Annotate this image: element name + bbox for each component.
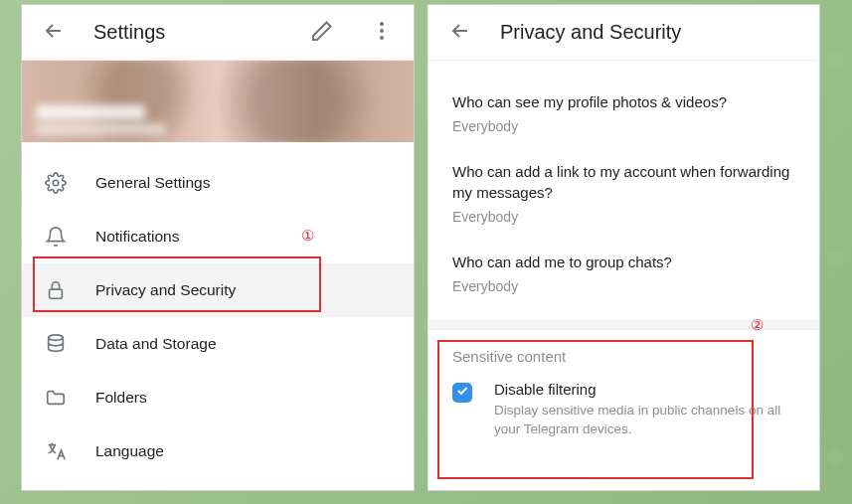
section-title-sensitive: Sensitive content (428, 330, 819, 371)
gear-icon (44, 171, 68, 195)
svg-point-5 (49, 335, 64, 341)
disable-filtering-row[interactable]: Disable filtering Display sensitive medi… (428, 371, 819, 457)
privacy-item-group-chats[interactable]: Who can add me to group chats? Everybody (452, 243, 795, 312)
svg-point-3 (53, 180, 59, 186)
privacy-panel: Privacy and Security Who can see my prof… (427, 4, 820, 491)
checkbox-text: Disable filtering Display sensitive medi… (494, 381, 795, 439)
menu-item-general[interactable]: General Settings (22, 156, 414, 210)
check-icon (455, 384, 469, 402)
menu-label: Privacy and Security (95, 281, 236, 299)
privacy-item-forward-link[interactable]: Who can add a link to my account when fo… (452, 152, 795, 243)
settings-panel: Settings General Settings (21, 4, 415, 491)
bell-icon (44, 225, 68, 249)
lock-icon (44, 278, 68, 302)
privacy-item-profile-photos[interactable]: Who can see my profile photos & videos? … (452, 83, 795, 152)
privacy-title: Privacy and Security (500, 21, 807, 44)
settings-title: Settings (93, 21, 282, 44)
section-divider (428, 320, 819, 330)
back-button[interactable] (34, 13, 74, 53)
settings-header: Settings (22, 5, 414, 61)
profile-text-blurred (36, 105, 165, 134)
privacy-question: Who can see my profile photos & videos? (452, 92, 795, 112)
menu-item-data-storage[interactable]: Data and Storage (22, 317, 414, 371)
more-vertical-icon (370, 19, 394, 47)
privacy-value: Everybody (452, 278, 795, 294)
privacy-question: Who can add a link to my account when fo… (452, 162, 795, 203)
privacy-header: Privacy and Security (428, 5, 819, 61)
menu-item-folders[interactable]: Folders (22, 371, 414, 424)
menu-label: Data and Storage (95, 335, 217, 353)
privacy-value: Everybody (452, 118, 795, 134)
language-icon (44, 439, 68, 463)
svg-point-2 (380, 36, 384, 40)
checkbox-label: Disable filtering (494, 381, 795, 398)
storage-icon (44, 332, 68, 356)
menu-label: General Settings (95, 174, 210, 192)
svg-rect-4 (50, 289, 63, 298)
svg-point-0 (380, 22, 384, 26)
edit-button[interactable] (302, 13, 342, 53)
profile-banner[interactable] (22, 61, 414, 142)
menu-label: Language (95, 442, 164, 460)
menu-item-language[interactable]: Language (22, 424, 414, 478)
settings-menu: General Settings Notifications Privacy a… (22, 142, 414, 478)
menu-item-notifications[interactable]: Notifications (22, 210, 414, 263)
svg-point-1 (380, 29, 384, 33)
arrow-left-icon (448, 19, 472, 47)
arrow-left-icon (42, 19, 66, 47)
back-button[interactable] (440, 13, 480, 53)
menu-label: Folders (95, 389, 147, 407)
checkbox-checked[interactable] (452, 383, 472, 403)
checkbox-subtitle: Display sensitive media in public channe… (494, 402, 795, 439)
pencil-icon (310, 19, 334, 47)
menu-label: Notifications (95, 228, 179, 246)
privacy-value: Everybody (452, 209, 795, 225)
privacy-question: Who can add me to group chats? (452, 252, 795, 272)
folder-icon (44, 386, 68, 410)
privacy-list: Who can see my profile photos & videos? … (428, 61, 819, 320)
menu-item-privacy[interactable]: Privacy and Security (22, 263, 414, 317)
more-button[interactable] (362, 13, 402, 53)
